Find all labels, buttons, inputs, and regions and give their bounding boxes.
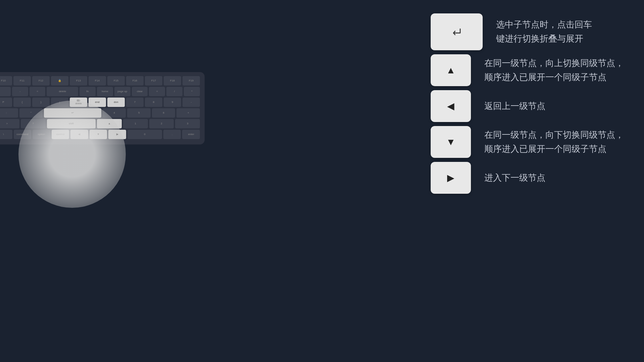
shortcut-right: ▶ 进入下一级节点 xyxy=(431,162,624,194)
shortcuts-panel: 选中子节点时，点击回车键进行切换折叠与展开 ▲ 在同一级节点，向上切换同级节点，… xyxy=(431,13,624,194)
key-enter: enter xyxy=(182,130,200,139)
key-asterisk: * xyxy=(184,87,200,96)
key-f13: F13 xyxy=(70,76,87,85)
down-key-icon: ▼ xyxy=(431,126,471,158)
up-key-icon: ▲ xyxy=(431,54,471,86)
key-slash: / xyxy=(166,87,182,96)
key-end: end xyxy=(89,98,106,107)
key-f14: F14 xyxy=(89,76,106,85)
key-gt: > xyxy=(0,119,19,128)
key-shift: shift xyxy=(47,119,96,128)
keyboard-row-asdf: : " ↩ 4 5 6 + xyxy=(0,108,200,118)
left-arrow-symbol: ◀ xyxy=(447,101,454,112)
keyboard-body: F10 F11 F12 🔒 F13 F14 F15 F16 F17 F18 F1… xyxy=(0,72,205,144)
right-key-icon: ▶ xyxy=(431,162,471,194)
down-desc: 在同一级节点，向下切换同级节点，顺序进入已展开一个同级子节点 xyxy=(484,128,624,156)
key-numpad-minus: - xyxy=(182,98,200,107)
key-fn: fn xyxy=(79,87,96,96)
key-0: 0 xyxy=(127,130,162,139)
key-return: ↩ xyxy=(44,108,101,118)
down-arrow-symbol: ▼ xyxy=(446,137,455,147)
key-minus: - xyxy=(12,87,28,96)
keyboard-row-fn: F10 F11 F12 🔒 F13 F14 F15 F16 F17 F18 F1… xyxy=(0,76,200,85)
key-P: P xyxy=(0,98,12,107)
keyboard-row-num: - = delete fn home page up clear = / * xyxy=(0,87,200,96)
key-rbrace: } xyxy=(32,98,50,107)
keyboard-row-zxcv: > ? shift ▲ 1 2 3 xyxy=(0,119,200,128)
shortcut-return: 选中子节点时，点击回车键进行切换折叠与展开 xyxy=(431,13,624,50)
key-up: ▲ xyxy=(97,119,122,128)
key-f15: F15 xyxy=(107,76,125,85)
key-f19: F19 xyxy=(182,76,200,85)
shortcut-up: ▲ 在同一级节点，向上切换同级节点，顺序进入已展开一个同级子节点 xyxy=(431,54,624,86)
key-equals: = xyxy=(30,87,46,96)
key-lbrace: { xyxy=(13,98,31,107)
key-command: command xyxy=(14,130,32,139)
key-f11: F11 xyxy=(13,76,31,85)
key-tilde xyxy=(0,87,11,96)
key-f17: F17 xyxy=(145,76,162,85)
key-f10: F10 xyxy=(0,76,12,85)
key-delete: delete xyxy=(47,87,78,96)
key-control: control xyxy=(52,130,69,139)
key-8: 8 xyxy=(145,98,162,107)
key-question: ? xyxy=(21,119,46,128)
key-f16: F16 xyxy=(126,76,144,85)
shortcut-left: ◀ 返回上一级节点 xyxy=(431,90,624,122)
key-9: 9 xyxy=(164,98,181,107)
return-arrow-symbol xyxy=(450,25,464,39)
right-desc: 进入下一级节点 xyxy=(484,171,545,185)
key-home: home xyxy=(97,87,113,96)
return-desc: 选中子节点时，点击回车键进行切换折叠与展开 xyxy=(496,18,592,46)
key-lock: 🔒 xyxy=(51,76,68,85)
key-arrow-right: ▶ xyxy=(108,130,126,139)
key-backslash: \ xyxy=(0,130,12,139)
key-eq2: = xyxy=(149,87,165,96)
key-colon: : xyxy=(0,108,18,118)
up-desc: 在同一级节点，向上切换同级节点，顺序进入已展开一个同级子节点 xyxy=(484,56,624,84)
key-dot: . xyxy=(163,130,181,139)
key-done: don xyxy=(107,98,125,107)
left-desc: 返回上一级节点 xyxy=(484,99,545,113)
keyboard-illustration: F10 F11 F12 🔒 F13 F14 F15 F16 F17 F18 F1… xyxy=(0,72,205,144)
left-key-icon: ◀ xyxy=(431,90,471,122)
key-option: option xyxy=(33,130,50,139)
key-f12: F12 xyxy=(32,76,50,85)
key-delete2: ⌦delete xyxy=(70,98,87,107)
key-numpad-plus: + xyxy=(176,108,200,118)
key-pageup: page up xyxy=(114,87,130,96)
return-key-icon xyxy=(431,13,483,50)
keyboard-row-mod: \ command option control ◀ ▼ ▶ 0 . enter xyxy=(0,130,200,139)
key-pipe: | xyxy=(51,98,68,107)
key-3: 3 xyxy=(175,119,200,128)
key-4: 4 xyxy=(103,108,126,118)
key-5: 5 xyxy=(127,108,151,118)
shortcut-down: ▼ 在同一级节点，向下切换同级节点，顺序进入已展开一个同级子节点 xyxy=(431,126,624,158)
key-quote: " xyxy=(19,108,43,118)
keyboard-row-qwerty: P { } | ⌦delete end don 7 8 9 - xyxy=(0,98,200,107)
key-f18: F18 xyxy=(164,76,181,85)
key-7: 7 xyxy=(126,98,144,107)
key-clear: clear xyxy=(132,87,148,96)
up-arrow-symbol: ▲ xyxy=(446,65,455,76)
key-arrow-left: ◀ xyxy=(70,130,88,139)
key-1: 1 xyxy=(123,119,148,128)
key-arrow-down: ▼ xyxy=(90,130,107,139)
right-arrow-symbol: ▶ xyxy=(447,172,454,183)
key-6: 6 xyxy=(152,108,175,118)
key-2: 2 xyxy=(149,119,174,128)
